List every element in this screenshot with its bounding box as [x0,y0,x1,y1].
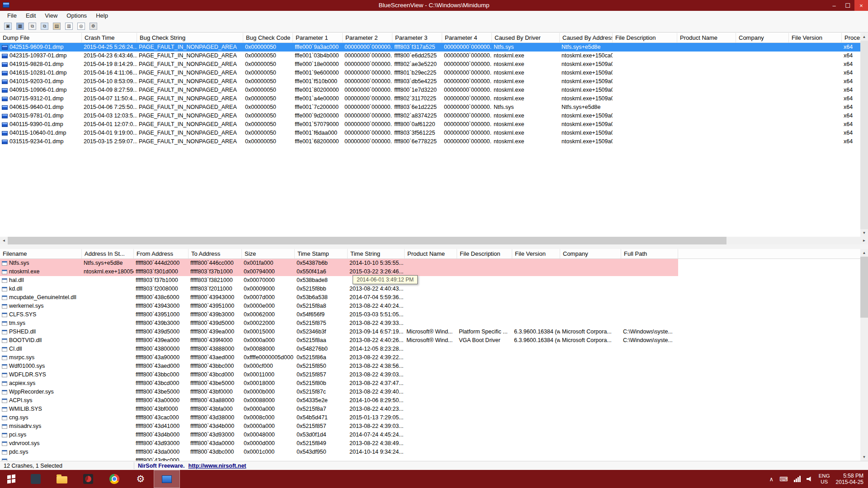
column-header[interactable]: Bug Check Code [243,33,293,42]
advanced-options-icon[interactable]: ⚙ [88,21,99,31]
table-row[interactable]: 040115-10640-01.dmp2015-04-01 9:19:00...… [0,129,860,137]
properties-icon[interactable]: ▥ [64,21,74,31]
table-row[interactable]: 041915-9828-01.dmp2015-04-19 8:14:29...P… [0,60,860,69]
table-row[interactable]: cng.sysfffff800`43cac000fffff800`43d3800… [0,413,678,422]
tray-expand-icon[interactable]: ∧ [769,476,774,483]
language-indicator[interactable]: ENG US [819,473,830,485]
column-header[interactable]: Parameter 2 [343,33,392,42]
table-row[interactable]: WMILIB.SYSfffff800`43bf0000fffff800`43bf… [0,405,678,413]
copy-details-icon[interactable]: ⧉ [39,21,50,31]
table-row[interactable]: BOOTVID.dllfffff800`439ea000fffff800`439… [0,336,678,345]
table-row[interactable]: Wdf01000.sysfffff800`43aed000fffff800`43… [0,362,678,371]
menu-item-edit[interactable]: Edit [21,11,40,20]
table-row[interactable]: CI.dllfffff800`43800000fffff800`43888000… [0,345,678,353]
table-row[interactable]: ACPI.sysfffff800`43a00000fffff800`43a880… [0,396,678,405]
table-row[interactable]: acpiex.sysfffff800`43bcd000fffff800`43be… [0,379,678,388]
column-header[interactable]: Caused By Driver [492,33,560,42]
table-row[interactable]: WppRecorder.sysfffff800`43be5000fffff800… [0,388,678,396]
taskbar-app-dark[interactable] [23,470,49,488]
table-row[interactable]: Ntfs.sysNtfs.sys+e5d8efffff800`444d2000f… [0,259,678,267]
copy-icon[interactable]: ⧉ [27,21,38,31]
save-icon[interactable]: ▦ [15,21,25,31]
column-header[interactable]: Crash Time [82,33,137,42]
scroll-left-icon[interactable]: ◄ [0,237,8,244]
table-row[interactable]: werkernel.sysfffff800`43943000fffff800`4… [0,302,678,310]
maximize-button[interactable]: ☐ [841,0,854,11]
scroll-down-icon[interactable]: ▼ [860,229,868,237]
column-header[interactable]: File Description [457,249,512,258]
taskbar-app-red[interactable] [75,470,101,488]
volume-icon[interactable] [807,476,813,482]
touch-keyboard-icon[interactable]: ⌨ [779,476,788,483]
column-header[interactable]: Filename [0,249,82,258]
column-header[interactable]: Processor [842,33,860,42]
table-row[interactable]: msrpc.sysfffff800`43a90000fffff800`43aed… [0,353,678,362]
minimize-button[interactable]: – [827,0,841,11]
taskbar-bluescreenview[interactable] [154,470,180,488]
table-row[interactable]: ntoskrnl.exentoskrnl.exe+18005efffff803`… [0,267,678,276]
table-row[interactable]: PSHED.dllfffff800`439d5000fffff800`439ea… [0,328,678,336]
table-row[interactable]: 040915-10906-01.dmp2015-04-09 8:27:59...… [0,86,860,94]
table-row[interactable]: hal.dllfffff803`f37b1000fffff803`f382100… [0,276,678,285]
column-header[interactable]: File Version [789,33,842,42]
column-header[interactable]: Product Name [405,249,457,258]
taskbar-file-explorer[interactable] [49,470,75,488]
menu-item-view[interactable]: View [40,11,62,20]
scroll-up-icon[interactable]: ▲ [860,249,868,257]
table-row[interactable]: 040315-9781-01.dmp2015-04-03 12:03:5...P… [0,112,860,120]
taskbar-chrome[interactable] [101,470,127,488]
column-header[interactable]: Size [242,249,295,258]
menu-item-options[interactable]: Options [62,11,91,20]
table-row[interactable]: pdc.sysfffff800`43da0000fffff800`43dbc00… [0,448,678,456]
table-row[interactable]: 040115-9390-01.dmp2015-04-01 12:07:0...P… [0,120,860,129]
column-header[interactable]: Address In St... [82,249,134,258]
menu-item-file[interactable]: File [3,11,21,20]
column-header[interactable]: Dump File [0,33,82,42]
column-header[interactable]: Parameter 4 [442,33,492,42]
clipboard-icon[interactable]: ▤ [52,21,62,31]
scroll-right-icon[interactable]: ► [860,237,868,244]
pane-splitter[interactable] [0,244,868,249]
find-icon[interactable]: ◎ [76,21,86,31]
table-row[interactable]: WDFLDR.SYSfffff800`43bbc000fffff800`43bc… [0,371,678,379]
scrollbar-thumb[interactable] [8,237,726,244]
network-icon[interactable] [794,476,801,482]
table-row[interactable]: mcupdate_GenuineIntel.dllfffff800`438c60… [0,293,678,302]
close-button[interactable]: × [854,0,868,11]
table-row[interactable]: 041615-10281-01.dmp2015-04-16 4:11:06...… [0,69,860,77]
scrollbar-thumb[interactable] [860,41,868,229]
table-row[interactable]: tm.sysfffff800`439b3000fffff800`439d5000… [0,319,678,328]
table-row[interactable]: pci.sysfffff800`43d4b000fffff800`43d9300… [0,431,678,439]
column-header[interactable]: From Address [134,249,189,258]
column-header[interactable]: To Address [189,249,242,258]
table-row[interactable]: msisadrv.sysfffff800`43d41000fffff800`43… [0,422,678,431]
menu-item-help[interactable]: Help [91,11,113,20]
column-header[interactable]: Parameter 1 [293,33,343,42]
horizontal-scrollbar[interactable]: ◄ ► [0,237,868,244]
column-header[interactable]: Time Stamp [295,249,348,258]
column-header[interactable]: Time String [348,249,405,258]
table-row[interactable]: 041015-9203-01.dmp2015-04-10 8:53:09...P… [0,77,860,86]
column-header[interactable]: File Version [512,249,560,258]
scroll-up-icon[interactable]: ▲ [860,33,868,41]
table-row[interactable]: 031515-9234-01.dmp2015-03-15 2:59:07...P… [0,137,860,146]
start-button[interactable] [0,470,23,488]
column-header[interactable]: File Description [613,33,677,42]
column-header[interactable]: Parameter 3 [392,33,442,42]
upper-vertical-scrollbar[interactable]: ▲ ▼ [860,33,868,237]
column-header[interactable]: Caused By Address [560,33,613,42]
table-row[interactable]: kd.dllfffff803`f2008000fffff803`f2011000… [0,285,678,293]
column-header[interactable]: Full Path [621,249,678,258]
lower-vertical-scrollbar[interactable]: ▲ ▼ [860,249,868,461]
taskbar-settings[interactable]: ⚙ [127,470,154,488]
table-row[interactable]: 040615-9640-01.dmp2015-04-06 7:25:50...P… [0,103,860,112]
table-row[interactable]: 040715-9312-01.dmp2015-04-07 11:50:4...P… [0,94,860,103]
table-row[interactable]: vdrvroot.sysfffff800`43d93000fffff800`43… [0,439,678,448]
table-row[interactable]: CLFS.SYSfffff800`43951000fffff800`439b30… [0,310,678,319]
taskbar-clock[interactable]: 5:58 PM 2015-04-25 [836,473,863,485]
table-row[interactable]: fffff800`43dbc000 [0,456,678,461]
column-header[interactable]: Company [736,33,789,42]
open-dump-icon[interactable]: ▣ [3,21,13,31]
column-header[interactable]: Bug Check String [137,33,243,42]
table-row[interactable]: 042315-10937-01.dmp2015-04-23 6:43:46...… [0,52,860,60]
